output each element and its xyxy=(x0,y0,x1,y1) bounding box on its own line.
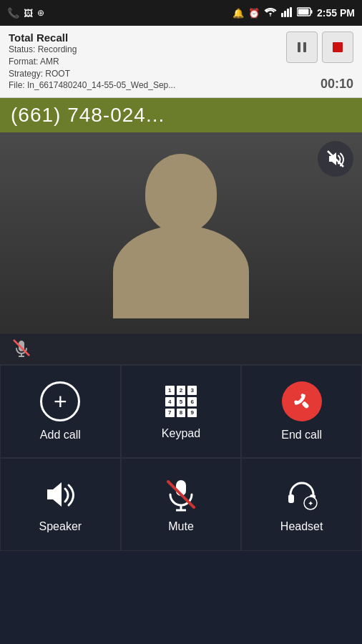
headset-button[interactable]: ✦ Headset xyxy=(241,458,362,551)
notification-content: Total Recall Status: Recording Format: A… xyxy=(9,31,286,92)
svg-rect-3 xyxy=(290,7,292,17)
svg-rect-6 xyxy=(311,10,313,14)
status-bar-left: 📞 🖼 ⊕ xyxy=(7,7,44,19)
keypad-cell-9: 9 xyxy=(187,409,197,418)
mute-label: Mute xyxy=(168,520,194,533)
mute-icon xyxy=(162,476,200,513)
avatar-background xyxy=(0,132,362,333)
stop-recording-button[interactable] xyxy=(322,31,353,63)
vibrate-icon: 🔔 xyxy=(233,8,244,19)
speaker-icon xyxy=(41,476,79,513)
in-call-speaker-button[interactable] xyxy=(318,141,353,177)
notification-title: Total Recall xyxy=(9,31,286,44)
muted-icon xyxy=(11,338,31,361)
end-call-label: End call xyxy=(281,429,322,441)
svg-rect-0 xyxy=(281,13,283,17)
keypad-icon: 1 2 3 4 5 6 7 8 9 xyxy=(162,383,200,420)
notification-strategy: Strategy: ROOT xyxy=(9,68,286,80)
time-display: 2:55 PM xyxy=(317,7,355,19)
add-call-label: Add call xyxy=(40,429,81,441)
speaker-button[interactable]: Speaker xyxy=(0,458,121,551)
keypad-cell-3: 3 xyxy=(187,386,197,395)
alarm-icon: ⏰ xyxy=(248,8,260,19)
svg-rect-5 xyxy=(298,9,309,15)
muted-bar xyxy=(0,333,362,364)
status-bar: 📞 🖼 ⊕ 🔔 ⏰ 2:55 PM xyxy=(0,0,362,26)
wifi-icon xyxy=(264,7,277,19)
svg-rect-8 xyxy=(303,42,306,52)
keypad-cell-5: 5 xyxy=(177,397,186,406)
notification-bar: Total Recall Status: Recording Format: A… xyxy=(0,26,362,98)
end-call-icon xyxy=(282,381,322,421)
speaker-label: Speaker xyxy=(39,520,82,533)
headset-icon: ✦ xyxy=(283,476,321,513)
status-bar-right: 🔔 ⏰ 2:55 PM xyxy=(233,7,355,19)
svg-rect-7 xyxy=(298,42,300,52)
svg-rect-9 xyxy=(333,42,343,52)
keypad-button[interactable]: 1 2 3 4 5 6 7 8 9 Keypad xyxy=(121,365,242,458)
keypad-cell-8: 8 xyxy=(177,409,186,418)
keypad-cell-7: 7 xyxy=(165,409,175,418)
svg-marker-16 xyxy=(47,482,62,507)
notification-controls xyxy=(286,31,353,63)
svg-rect-2 xyxy=(287,9,289,17)
phone-status-icon: 📞 xyxy=(7,7,19,19)
keypad-label: Keypad xyxy=(162,427,200,440)
svg-rect-1 xyxy=(284,11,286,17)
end-call-button[interactable]: End call xyxy=(241,365,362,458)
battery-icon xyxy=(297,7,313,19)
svg-rect-15 xyxy=(301,401,309,409)
mute-button[interactable]: Mute xyxy=(121,458,242,551)
notification-format: Format: AMR xyxy=(9,56,286,68)
phone-number: (661) 748-024... xyxy=(11,104,165,126)
phone-number-bar: (661) 748-024... xyxy=(0,98,362,132)
keypad-cell-2: 2 xyxy=(177,386,186,395)
image-status-icon: 🖼 xyxy=(24,8,33,19)
controls-grid: + Add call 1 2 3 4 5 6 7 8 9 Keypad End xyxy=(0,364,362,551)
keypad-cell-1: 1 xyxy=(165,386,175,395)
add-call-icon: + xyxy=(40,381,80,421)
keypad-cell-6: 6 xyxy=(187,397,197,406)
extra-status-icon: ⊕ xyxy=(37,8,44,18)
add-call-button[interactable]: + Add call xyxy=(0,365,121,458)
notification-file: File: In_6617480240_14-55-05_Wed_Sep... xyxy=(9,79,286,92)
notification-status: Status: Recording xyxy=(9,44,286,56)
avatar-area xyxy=(0,132,362,333)
svg-text:✦: ✦ xyxy=(308,499,313,507)
contact-silhouette xyxy=(113,147,249,318)
pause-recording-button[interactable] xyxy=(286,31,318,63)
cellular-icon xyxy=(281,7,293,19)
recording-timer: 00:10 xyxy=(321,77,353,92)
silhouette-head xyxy=(145,154,217,233)
keypad-cell-4: 4 xyxy=(165,397,175,406)
svg-rect-21 xyxy=(288,494,294,503)
headset-label: Headset xyxy=(280,520,323,533)
